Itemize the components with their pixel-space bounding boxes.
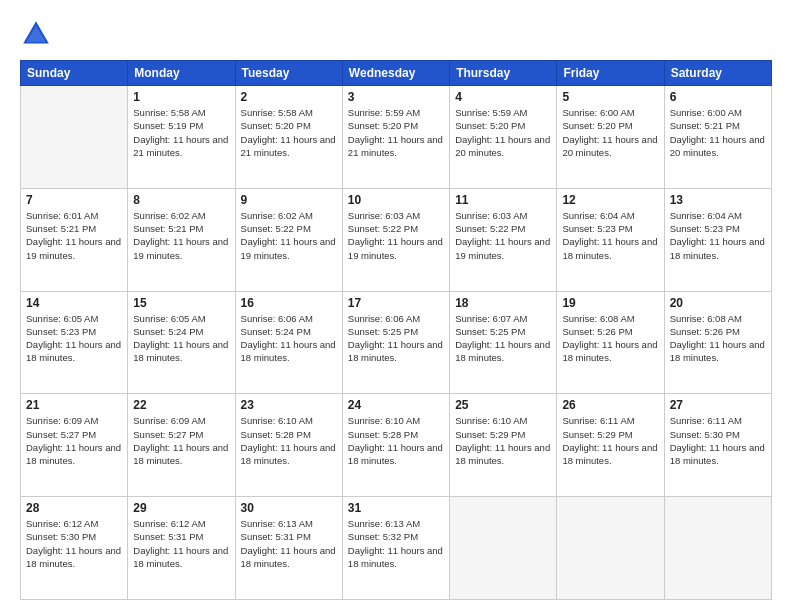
calendar-cell: 8Sunrise: 6:02 AM Sunset: 5:21 PM Daylig… — [128, 188, 235, 291]
day-info: Sunrise: 6:09 AM Sunset: 5:27 PM Dayligh… — [26, 414, 122, 467]
day-number: 26 — [562, 398, 658, 412]
day-number: 3 — [348, 90, 444, 104]
day-number: 5 — [562, 90, 658, 104]
calendar-cell: 1Sunrise: 5:58 AM Sunset: 5:19 PM Daylig… — [128, 86, 235, 189]
day-number: 31 — [348, 501, 444, 515]
day-info: Sunrise: 6:08 AM Sunset: 5:26 PM Dayligh… — [562, 312, 658, 365]
calendar-cell: 3Sunrise: 5:59 AM Sunset: 5:20 PM Daylig… — [342, 86, 449, 189]
day-info: Sunrise: 6:10 AM Sunset: 5:28 PM Dayligh… — [348, 414, 444, 467]
calendar-cell: 23Sunrise: 6:10 AM Sunset: 5:28 PM Dayli… — [235, 394, 342, 497]
day-number: 24 — [348, 398, 444, 412]
day-info: Sunrise: 6:10 AM Sunset: 5:29 PM Dayligh… — [455, 414, 551, 467]
calendar-cell: 7Sunrise: 6:01 AM Sunset: 5:21 PM Daylig… — [21, 188, 128, 291]
page-header — [20, 18, 772, 50]
day-number: 9 — [241, 193, 337, 207]
day-number: 17 — [348, 296, 444, 310]
calendar-cell — [664, 497, 771, 600]
day-number: 10 — [348, 193, 444, 207]
calendar-cell: 4Sunrise: 5:59 AM Sunset: 5:20 PM Daylig… — [450, 86, 557, 189]
day-number: 23 — [241, 398, 337, 412]
day-info: Sunrise: 6:11 AM Sunset: 5:29 PM Dayligh… — [562, 414, 658, 467]
day-info: Sunrise: 5:58 AM Sunset: 5:19 PM Dayligh… — [133, 106, 229, 159]
logo-icon — [20, 18, 52, 50]
column-header-sunday: Sunday — [21, 61, 128, 86]
day-number: 6 — [670, 90, 766, 104]
day-info: Sunrise: 6:00 AM Sunset: 5:21 PM Dayligh… — [670, 106, 766, 159]
day-number: 28 — [26, 501, 122, 515]
day-number: 2 — [241, 90, 337, 104]
column-header-monday: Monday — [128, 61, 235, 86]
day-number: 4 — [455, 90, 551, 104]
calendar-cell: 18Sunrise: 6:07 AM Sunset: 5:25 PM Dayli… — [450, 291, 557, 394]
day-number: 16 — [241, 296, 337, 310]
day-number: 15 — [133, 296, 229, 310]
calendar-cell: 17Sunrise: 6:06 AM Sunset: 5:25 PM Dayli… — [342, 291, 449, 394]
day-info: Sunrise: 6:05 AM Sunset: 5:23 PM Dayligh… — [26, 312, 122, 365]
calendar-table: SundayMondayTuesdayWednesdayThursdayFrid… — [20, 60, 772, 600]
calendar-cell: 16Sunrise: 6:06 AM Sunset: 5:24 PM Dayli… — [235, 291, 342, 394]
day-info: Sunrise: 6:06 AM Sunset: 5:25 PM Dayligh… — [348, 312, 444, 365]
day-number: 8 — [133, 193, 229, 207]
day-number: 18 — [455, 296, 551, 310]
day-info: Sunrise: 6:10 AM Sunset: 5:28 PM Dayligh… — [241, 414, 337, 467]
day-info: Sunrise: 6:06 AM Sunset: 5:24 PM Dayligh… — [241, 312, 337, 365]
column-header-saturday: Saturday — [664, 61, 771, 86]
day-info: Sunrise: 6:08 AM Sunset: 5:26 PM Dayligh… — [670, 312, 766, 365]
calendar-cell: 27Sunrise: 6:11 AM Sunset: 5:30 PM Dayli… — [664, 394, 771, 497]
day-info: Sunrise: 6:00 AM Sunset: 5:20 PM Dayligh… — [562, 106, 658, 159]
calendar-week-2: 7Sunrise: 6:01 AM Sunset: 5:21 PM Daylig… — [21, 188, 772, 291]
calendar-cell — [450, 497, 557, 600]
day-info: Sunrise: 5:59 AM Sunset: 5:20 PM Dayligh… — [455, 106, 551, 159]
calendar-cell: 25Sunrise: 6:10 AM Sunset: 5:29 PM Dayli… — [450, 394, 557, 497]
calendar-cell: 21Sunrise: 6:09 AM Sunset: 5:27 PM Dayli… — [21, 394, 128, 497]
calendar-cell — [557, 497, 664, 600]
day-info: Sunrise: 6:09 AM Sunset: 5:27 PM Dayligh… — [133, 414, 229, 467]
calendar-cell: 26Sunrise: 6:11 AM Sunset: 5:29 PM Dayli… — [557, 394, 664, 497]
calendar-cell: 12Sunrise: 6:04 AM Sunset: 5:23 PM Dayli… — [557, 188, 664, 291]
day-number: 25 — [455, 398, 551, 412]
day-info: Sunrise: 6:13 AM Sunset: 5:31 PM Dayligh… — [241, 517, 337, 570]
calendar-cell — [21, 86, 128, 189]
day-number: 7 — [26, 193, 122, 207]
calendar-cell: 29Sunrise: 6:12 AM Sunset: 5:31 PM Dayli… — [128, 497, 235, 600]
calendar-week-1: 1Sunrise: 5:58 AM Sunset: 5:19 PM Daylig… — [21, 86, 772, 189]
day-info: Sunrise: 6:12 AM Sunset: 5:31 PM Dayligh… — [133, 517, 229, 570]
calendar-cell: 10Sunrise: 6:03 AM Sunset: 5:22 PM Dayli… — [342, 188, 449, 291]
day-info: Sunrise: 6:07 AM Sunset: 5:25 PM Dayligh… — [455, 312, 551, 365]
day-info: Sunrise: 6:04 AM Sunset: 5:23 PM Dayligh… — [562, 209, 658, 262]
day-info: Sunrise: 6:04 AM Sunset: 5:23 PM Dayligh… — [670, 209, 766, 262]
calendar-cell: 20Sunrise: 6:08 AM Sunset: 5:26 PM Dayli… — [664, 291, 771, 394]
day-info: Sunrise: 6:01 AM Sunset: 5:21 PM Dayligh… — [26, 209, 122, 262]
day-info: Sunrise: 6:02 AM Sunset: 5:21 PM Dayligh… — [133, 209, 229, 262]
calendar-cell: 6Sunrise: 6:00 AM Sunset: 5:21 PM Daylig… — [664, 86, 771, 189]
calendar-cell: 30Sunrise: 6:13 AM Sunset: 5:31 PM Dayli… — [235, 497, 342, 600]
calendar-cell: 11Sunrise: 6:03 AM Sunset: 5:22 PM Dayli… — [450, 188, 557, 291]
calendar-cell: 2Sunrise: 5:58 AM Sunset: 5:20 PM Daylig… — [235, 86, 342, 189]
column-header-friday: Friday — [557, 61, 664, 86]
calendar-cell: 24Sunrise: 6:10 AM Sunset: 5:28 PM Dayli… — [342, 394, 449, 497]
day-info: Sunrise: 6:02 AM Sunset: 5:22 PM Dayligh… — [241, 209, 337, 262]
column-header-wednesday: Wednesday — [342, 61, 449, 86]
day-info: Sunrise: 6:13 AM Sunset: 5:32 PM Dayligh… — [348, 517, 444, 570]
calendar-cell: 31Sunrise: 6:13 AM Sunset: 5:32 PM Dayli… — [342, 497, 449, 600]
calendar-cell: 28Sunrise: 6:12 AM Sunset: 5:30 PM Dayli… — [21, 497, 128, 600]
day-info: Sunrise: 6:03 AM Sunset: 5:22 PM Dayligh… — [348, 209, 444, 262]
calendar-cell: 5Sunrise: 6:00 AM Sunset: 5:20 PM Daylig… — [557, 86, 664, 189]
calendar-header-row: SundayMondayTuesdayWednesdayThursdayFrid… — [21, 61, 772, 86]
day-number: 19 — [562, 296, 658, 310]
calendar-cell: 15Sunrise: 6:05 AM Sunset: 5:24 PM Dayli… — [128, 291, 235, 394]
day-number: 11 — [455, 193, 551, 207]
logo — [20, 18, 56, 50]
day-number: 30 — [241, 501, 337, 515]
calendar-cell: 9Sunrise: 6:02 AM Sunset: 5:22 PM Daylig… — [235, 188, 342, 291]
calendar-week-4: 21Sunrise: 6:09 AM Sunset: 5:27 PM Dayli… — [21, 394, 772, 497]
calendar-week-5: 28Sunrise: 6:12 AM Sunset: 5:30 PM Dayli… — [21, 497, 772, 600]
day-info: Sunrise: 5:59 AM Sunset: 5:20 PM Dayligh… — [348, 106, 444, 159]
day-number: 1 — [133, 90, 229, 104]
day-info: Sunrise: 5:58 AM Sunset: 5:20 PM Dayligh… — [241, 106, 337, 159]
calendar-week-3: 14Sunrise: 6:05 AM Sunset: 5:23 PM Dayli… — [21, 291, 772, 394]
day-number: 29 — [133, 501, 229, 515]
calendar-cell: 14Sunrise: 6:05 AM Sunset: 5:23 PM Dayli… — [21, 291, 128, 394]
day-number: 12 — [562, 193, 658, 207]
calendar-cell: 13Sunrise: 6:04 AM Sunset: 5:23 PM Dayli… — [664, 188, 771, 291]
